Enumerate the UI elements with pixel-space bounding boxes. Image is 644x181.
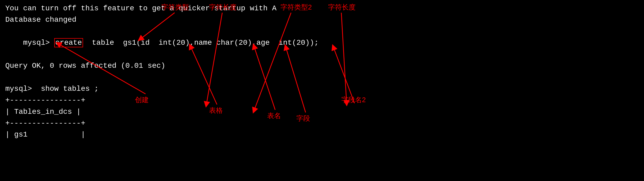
create-rest: table gs1(id int(20),name char(20),age i…: [83, 39, 319, 47]
mysql-prompt: mysql>: [23, 39, 54, 47]
create-line: mysql> create table gs1(id int(20),name …: [5, 26, 639, 60]
table-border-1: +----------------+: [5, 94, 639, 106]
db-changed-line: Database changed: [5, 14, 639, 25]
show-tables-line: mysql> show tables ;: [5, 83, 639, 94]
table-row-gs1: | gs1 |: [5, 129, 639, 140]
table-border-2: +----------------+: [5, 117, 639, 129]
terminal: You can turn off this feature to get a q…: [0, 0, 644, 143]
top-line: You can turn off this feature to get a q…: [5, 3, 639, 14]
table-header-line: | Tables_in_dcs |: [5, 106, 639, 117]
create-keyword: create: [54, 38, 83, 47]
blank-line: [5, 71, 639, 83]
query-ok-line: Query OK, 0 rows affected (0.01 sec): [5, 60, 639, 71]
